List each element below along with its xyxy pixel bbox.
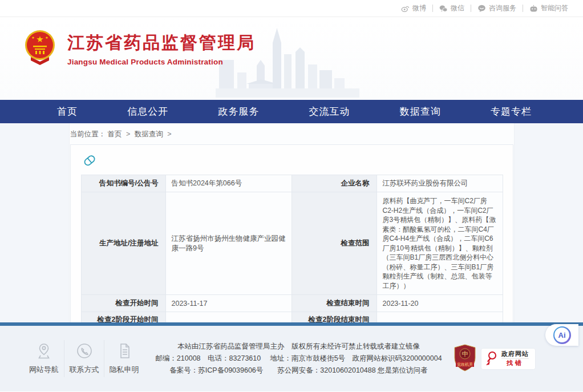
- smart-qa-link[interactable]: 智能问答: [529, 3, 568, 13]
- party-gov-shield-badge[interactable]: 中 党政机关: [454, 344, 476, 374]
- map-pin-icon: [27, 342, 60, 359]
- site-map-link[interactable]: 网站导航: [24, 340, 64, 377]
- divider: [471, 5, 471, 12]
- notice-no-value: 告知书2024年第066号: [165, 175, 292, 192]
- footer-copyright: 本站由江苏省药品监督管理局主办 版权所有未经许可禁止转载或者建立镜像 邮编：21…: [144, 341, 454, 377]
- document-icon: [108, 342, 140, 359]
- company-label: 企业名称: [292, 175, 376, 192]
- breadcrumb: 当前位置： 首页 > 数据查询 >: [70, 123, 513, 144]
- end-date-value: 2023-11-20: [376, 295, 503, 312]
- weibo-link[interactable]: 微博: [401, 3, 426, 13]
- phone-icon: [68, 342, 100, 359]
- ai-assistant-button[interactable]: Ai: [545, 324, 578, 346]
- table-row: 检查开始时间 2023-11-17 检查结束时间 2023-11-20: [81, 295, 503, 312]
- site-title: 江苏省药品监督管理局: [67, 31, 256, 55]
- smart-qa-label: 智能问答: [541, 3, 568, 13]
- nav-info-disclosure[interactable]: 信息公开: [127, 105, 168, 118]
- nav-data-query[interactable]: 数据查询: [400, 105, 441, 118]
- svg-text:★: ★: [31, 36, 34, 39]
- site-header: ★ ★ ★ 江苏省药品监督管理局 Jiangsu Medical Product…: [0, 17, 583, 100]
- phase2-end-value: [376, 312, 503, 323]
- start-date-value: 2023-11-17: [165, 295, 292, 312]
- wechat-label: 微信: [451, 3, 464, 13]
- company-value: 江苏联环药业股份有限公司: [376, 175, 503, 192]
- notice-no-label: 告知书编号/公告号: [81, 175, 165, 192]
- footer-line3: 备案号：苏ICP备09039606号 苏公网安备：32010602010488 …: [144, 365, 454, 377]
- inspection-detail-table: 告知书编号/公告号 告知书2024年第066号 企业名称 江苏联环药业股份有限公…: [81, 175, 503, 322]
- magnifier-icon: [485, 350, 499, 368]
- nav-special-topics[interactable]: 专题专栏: [491, 105, 532, 118]
- wechat-icon: [439, 5, 448, 13]
- wechat-link[interactable]: 微信: [439, 3, 464, 13]
- breadcrumb-separator: >: [167, 130, 171, 138]
- ai-icon: Ai: [553, 326, 571, 344]
- privacy-label: 隐私申明: [110, 365, 139, 374]
- brand-logo-block[interactable]: ★ ★ ★ 江苏省药品监督管理局 Jiangsu Medical Product…: [24, 30, 256, 67]
- consult-service-link[interactable]: 咨询服务: [477, 3, 516, 13]
- table-row: 检查2阶段开始时间 检查2阶段结束时间: [81, 312, 503, 323]
- privacy-link[interactable]: 隐私申明: [104, 340, 144, 377]
- topbar: 微博 微信 咨询服务 智能问答: [0, 0, 583, 17]
- find-error-subtitle: 找错: [501, 359, 529, 367]
- find-error-title: 政府网站: [501, 350, 529, 359]
- svg-text:中: 中: [462, 350, 468, 357]
- weibo-label: 微博: [412, 3, 426, 13]
- site-map-label: 网站导航: [29, 365, 59, 374]
- scope-value: 原料药【曲克芦丁，一车间C2厂房C2-H2生产线（合成），一车间C2厂房3号精烘…: [376, 192, 503, 295]
- national-emblem-icon: ★ ★ ★: [24, 30, 56, 67]
- svg-text:★: ★: [36, 34, 43, 44]
- table-row: 告知书编号/公告号 告知书2024年第066号 企业名称 江苏联环药业股份有限公…: [81, 175, 503, 192]
- phase2-start-value: [165, 312, 292, 323]
- nav-interaction[interactable]: 交流互动: [309, 105, 350, 118]
- record-detail-panel: 告知书编号/公告号 告知书2024年第066号 企业名称 江苏联环药业股份有限公…: [70, 144, 513, 322]
- address-value: 江苏省扬州市扬州生物健康产业园健康一路9号: [165, 192, 292, 295]
- consult-service-label: 咨询服务: [489, 3, 516, 13]
- breadcrumb-separator: >: [126, 130, 130, 138]
- main-nav: 首页 信息公开 政务服务 交流互动 数据查询 专题专栏: [0, 100, 583, 123]
- pill-capsule-icon: [81, 152, 503, 171]
- scope-label: 检查范围: [292, 192, 376, 295]
- contact-link[interactable]: 联系方式: [64, 340, 104, 377]
- phase2-end-label: 检查2阶段结束时间: [292, 312, 376, 323]
- address-label: 生产地址/注册地址: [81, 192, 165, 295]
- start-date-label: 检查开始时间: [81, 295, 165, 312]
- nav-home[interactable]: 首页: [57, 105, 78, 118]
- weibo-icon: [401, 5, 410, 13]
- footer-line2: 邮编：210008 电话：83273610 地址：南京市鼓楼街5号 政府网站标识…: [144, 353, 454, 365]
- contact-label: 联系方式: [70, 365, 99, 374]
- shield-badge-text: 党政机关: [457, 362, 473, 367]
- footer-line1: 本站由江苏省药品监督管理局主办 版权所有未经许可禁止转载或者建立镜像: [144, 341, 454, 353]
- robot-icon: [529, 5, 538, 13]
- breadcrumb-section-link[interactable]: 数据查询: [135, 130, 163, 138]
- svg-text:★: ★: [45, 36, 48, 39]
- ai-label: Ai: [554, 328, 569, 342]
- end-date-label: 检查结束时间: [292, 295, 376, 312]
- breadcrumb-home-link[interactable]: 首页: [107, 130, 122, 138]
- gov-site-find-error-badge[interactable]: 政府网站 找错: [481, 349, 535, 369]
- footer: 网站导航 联系方式 隐私申明: [0, 326, 583, 391]
- divider: [523, 5, 523, 12]
- consult-chat-icon: [477, 5, 486, 13]
- content-area: 当前位置： 首页 > 数据查询 > 告知书编号/公告号 告知书2024年第06: [0, 123, 583, 322]
- table-row: 生产地址/注册地址 江苏省扬州市扬州生物健康产业园健康一路9号 检查范围 原料药…: [81, 192, 503, 295]
- site-subtitle: Jiangsu Medical Products Administration: [67, 58, 256, 66]
- phase2-start-label: 检查2阶段开始时间: [81, 312, 165, 323]
- footer-quicklinks: 网站导航 联系方式 隐私申明: [24, 340, 144, 377]
- nav-gov-services[interactable]: 政务服务: [218, 105, 259, 118]
- divider: [432, 5, 433, 12]
- breadcrumb-prefix: 当前位置：: [70, 130, 106, 138]
- footer-badges: 中 党政机关 政府网站 找错: [454, 344, 535, 374]
